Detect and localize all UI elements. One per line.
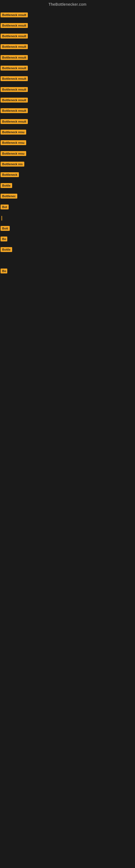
bottleneck-badge-container-5: Bottleneck result	[1, 55, 28, 61]
bottleneck-badge-11: Bottleneck result	[1, 119, 28, 124]
bottleneck-badge-5: Bottleneck result	[1, 55, 28, 60]
bottleneck-badge-22: Bo	[1, 237, 7, 241]
bottleneck-badge-container-16: Bottleneck	[1, 172, 19, 178]
bottleneck-badge-container-8: Bottleneck result	[1, 87, 28, 93]
bottleneck-badge-container-14: Bottleneck resu	[1, 151, 26, 157]
bottleneck-badge-container-10: Bottleneck result	[1, 108, 28, 114]
bottleneck-badge-container-6: Bottleneck result	[1, 66, 28, 72]
bottleneck-badge-container-7: Bottleneck result	[1, 76, 28, 82]
site-title: TheBottlenecker.com	[0, 0, 135, 8]
bottleneck-badge-15: Bottleneck res	[1, 162, 24, 166]
bottleneck-badge-16: Bottleneck	[1, 172, 19, 177]
bottleneck-badge-4: Bottleneck result	[1, 44, 28, 49]
bottleneck-badge-1: Bottleneck result	[1, 12, 28, 18]
bottleneck-badge-container-3: Bottleneck result	[1, 34, 28, 40]
bottleneck-badge-container-20: |	[1, 215, 2, 221]
bottleneck-badge-17: Bottle	[1, 183, 12, 188]
bottleneck-badge-container-1: Bottleneck result	[1, 12, 28, 19]
bottleneck-badge-container-2: Bottleneck result	[1, 23, 28, 29]
bottleneck-badge-2: Bottleneck result	[1, 23, 28, 28]
bottleneck-badge-container-17: Bottle	[1, 183, 12, 189]
bottleneck-badge-container-12: Bottleneck resu	[1, 130, 26, 135]
bottleneck-badge-21: Bott	[1, 226, 10, 231]
bottleneck-badge-container-9: Bottleneck result	[1, 98, 28, 104]
bottleneck-badge-23: Bottle	[1, 247, 12, 252]
bottleneck-badge-7: Bottleneck result	[1, 76, 28, 81]
bottleneck-badge-container-21: Bott	[1, 226, 10, 232]
bottleneck-badge-12: Bottleneck resu	[1, 130, 26, 134]
bottleneck-badge-3: Bottleneck result	[1, 34, 28, 38]
bottleneck-badge-6: Bottleneck result	[1, 66, 28, 70]
bottleneck-badge-13: Bottleneck resu	[1, 140, 26, 145]
bottleneck-badge-container-13: Bottleneck resu	[1, 140, 26, 146]
bottleneck-badge-10: Bottleneck result	[1, 108, 28, 113]
bottleneck-badge-container-19: Bot	[1, 205, 9, 211]
bottleneck-badge-14: Bottleneck resu	[1, 151, 26, 156]
bottleneck-badge-9: Bottleneck result	[1, 98, 28, 102]
bottleneck-badge-19: Bot	[1, 205, 9, 209]
bottleneck-badge-container-22: Bo	[1, 237, 7, 243]
bottleneck-badge-container-11: Bottleneck result	[1, 119, 28, 125]
bottleneck-badge-8: Bottleneck result	[1, 87, 28, 92]
cursor-20: |	[1, 215, 2, 220]
bottleneck-badge-container-4: Bottleneck result	[1, 44, 28, 50]
bottleneck-badge-container-25: Bo	[1, 269, 7, 275]
bottleneck-badge-18: Bottlenec	[1, 194, 17, 198]
bottleneck-badge-container-15: Bottleneck res	[1, 162, 24, 167]
bottleneck-badge-25: Bo	[1, 269, 7, 273]
bottleneck-badge-container-23: Bottle	[1, 247, 12, 253]
bottleneck-badge-container-18: Bottlenec	[1, 194, 17, 199]
